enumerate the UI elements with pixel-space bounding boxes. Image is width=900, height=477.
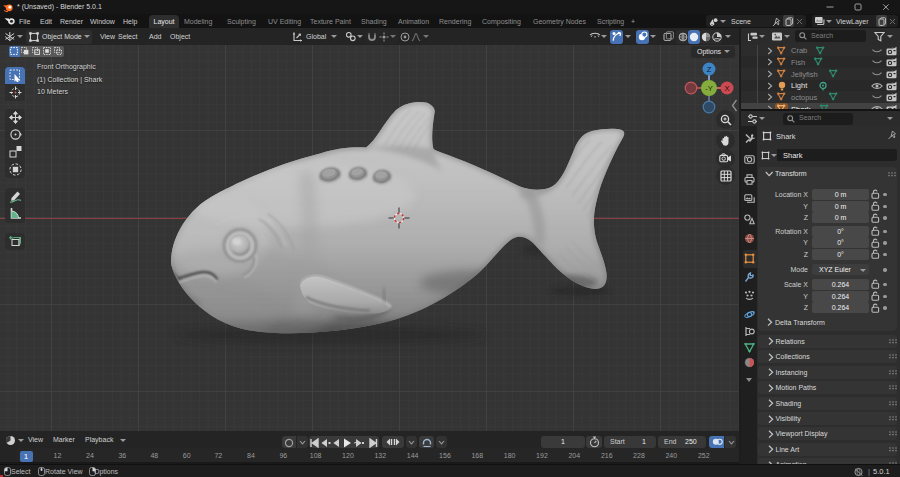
svg-text:X: X xyxy=(724,84,729,93)
svg-text:-Y: -Y xyxy=(705,84,713,93)
svg-text:Z: Z xyxy=(707,65,712,74)
